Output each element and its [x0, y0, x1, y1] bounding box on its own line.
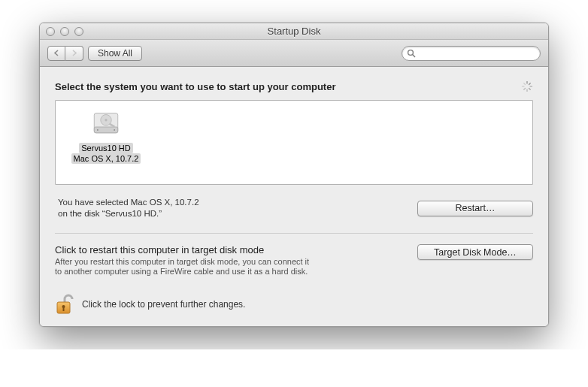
traffic-lights: [40, 27, 83, 36]
spinner-icon: [521, 80, 533, 92]
back-button[interactable]: [47, 46, 65, 61]
restart-button[interactable]: Restart…: [417, 201, 533, 216]
selection-info: You have selected Mac OS X, 10.7.2 on th…: [55, 197, 199, 219]
tdm-desc-line2: to another computer using a FireWire cab…: [55, 267, 309, 277]
svg-point-0: [408, 50, 414, 55]
content: Select the system you want to use to sta…: [40, 67, 548, 326]
svg-line-5: [529, 89, 531, 90]
toolbar: Show All: [40, 40, 548, 67]
svg-point-16: [114, 129, 115, 131]
chevron-right-icon: [71, 50, 77, 56]
tdm-button-label: Target Disk Mode…: [434, 247, 517, 258]
svg-line-7: [524, 89, 526, 90]
selection-line2: on the disk “Servus10 HD.”: [58, 208, 199, 219]
forward-button[interactable]: [65, 46, 83, 61]
lock-row: Click the lock to prevent further change…: [55, 293, 533, 316]
svg-point-15: [97, 129, 99, 131]
tdm-heading: Click to restart this computer in target…: [55, 244, 309, 255]
divider: [55, 233, 533, 234]
close-window-button[interactable]: [46, 27, 55, 36]
tdm-desc-line1: After you restart this computer in targe…: [55, 257, 309, 267]
search-input[interactable]: [419, 48, 535, 59]
selection-line1: You have selected Mac OS X, 10.7.2: [58, 197, 199, 208]
lock-open-icon[interactable]: [55, 293, 74, 316]
svg-rect-19: [63, 307, 65, 311]
chevron-left-icon: [53, 50, 59, 56]
target-disk-mode-info: Click to restart this computer in target…: [55, 244, 309, 277]
disk-item[interactable]: Servus10 HD Mac OS X, 10.7.2: [65, 108, 147, 164]
lock-text: Click the lock to prevent further change…: [82, 299, 245, 310]
disk-name: Servus10 HD: [79, 143, 132, 153]
target-disk-mode-button[interactable]: Target Disk Mode…: [417, 244, 533, 260]
nav-segmented: [47, 46, 83, 61]
zoom-window-button[interactable]: [74, 27, 83, 36]
disk-list: Servus10 HD Mac OS X, 10.7.2: [55, 100, 533, 185]
svg-line-3: [529, 83, 531, 85]
show-all-label: Show All: [98, 48, 132, 59]
window: Startup Disk Show All Select the system …: [39, 23, 549, 327]
page-heading: Select the system you want to use to sta…: [55, 81, 335, 92]
search-field[interactable]: [402, 46, 541, 61]
window-title: Startup Disk: [40, 26, 548, 37]
restart-label: Restart…: [456, 203, 496, 213]
svg-line-9: [524, 83, 526, 85]
show-all-button[interactable]: Show All: [88, 46, 142, 61]
search-icon: [407, 49, 416, 58]
svg-line-1: [413, 54, 415, 56]
disk-os: Mac OS X, 10.7.2: [71, 153, 141, 164]
titlebar: Startup Disk: [40, 23, 548, 40]
minimize-window-button[interactable]: [60, 27, 69, 36]
svg-point-13: [105, 119, 107, 121]
harddrive-icon: [90, 108, 122, 140]
